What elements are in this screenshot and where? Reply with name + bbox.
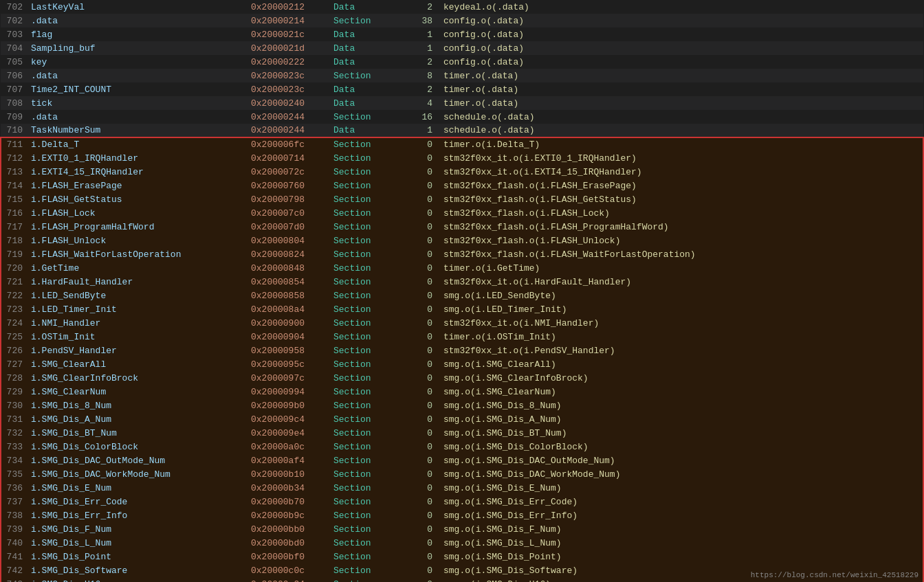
symbol-name: Sampling_buf xyxy=(28,41,248,55)
symbol-address: 0x200008a4 xyxy=(248,302,331,316)
table-row: 720 i.GetTime 0x20000848 Section 0 timer… xyxy=(1,261,923,275)
symbol-type: Section xyxy=(331,14,399,27)
symbol-type: Section xyxy=(331,316,399,330)
symbol-source: smg.o(i.SMG_Dis_Err_Code) xyxy=(441,495,923,508)
line-number: 719 xyxy=(1,247,28,261)
symbol-type: Section xyxy=(331,467,399,481)
line-number: 710 xyxy=(1,124,28,137)
line-number: 729 xyxy=(1,385,28,399)
symbol-name: i.SMG_Dis_DAC_WorkMode_Num xyxy=(28,467,248,481)
symbol-type: Section xyxy=(331,330,399,344)
symbol-name: i.SMG_Dis_DAC_OutMode_Num xyxy=(28,454,248,467)
line-number: 721 xyxy=(1,275,28,289)
symbol-source: smg.o(i.SMG_ClearInfoBrock) xyxy=(441,371,923,385)
symbol-name: i.SMG_Dis_L_Num xyxy=(28,536,248,550)
symbol-size: 38 xyxy=(399,14,441,27)
symbol-name: i.PendSV_Handler xyxy=(28,344,248,357)
symbol-source: stm32f0xx_flash.o(i.FLASH_GetStatus) xyxy=(441,192,923,206)
symbol-name: i.EXTI0_1_IRQHandler xyxy=(28,151,248,165)
line-number: 739 xyxy=(1,522,28,536)
symbol-source: stm32f0xx_flash.o(i.FLASH_Unlock) xyxy=(441,234,923,247)
table-row: 703 flag 0x2000021c Data 1 config.o(.dat… xyxy=(1,27,923,41)
line-number: 740 xyxy=(1,536,28,550)
symbol-type: Section xyxy=(331,550,399,563)
table-row: 715 i.FLASH_GetStatus 0x20000798 Section… xyxy=(1,192,923,206)
table-row: 707 Time2_INT_COUNT 0x2000023c Data 2 ti… xyxy=(1,82,923,96)
symbol-type: Section xyxy=(331,454,399,467)
line-number: 717 xyxy=(1,220,28,234)
symbol-name: i.SMG_Dis_E_Num xyxy=(28,481,248,495)
table-row: 704 Sampling_buf 0x2000021d Data 1 confi… xyxy=(1,41,923,55)
table-row: 732 i.SMG_Dis_BT_Num 0x200009e4 Section … xyxy=(1,426,923,440)
symbol-address: 0x20000b9c xyxy=(248,508,331,522)
symbol-size: 0 xyxy=(399,563,441,577)
symbol-type: Section xyxy=(331,344,399,357)
table-row: 712 i.EXTI0_1_IRQHandler 0x20000714 Sect… xyxy=(1,151,923,165)
line-number: 723 xyxy=(1,302,28,316)
line-number: 706 xyxy=(1,69,28,82)
table-row: 708 tick 0x20000240 Data 4 timer.o(.data… xyxy=(1,96,923,110)
symbol-type: Section xyxy=(331,412,399,426)
symbol-type: Data xyxy=(331,41,399,55)
table-row: 721 i.HardFault_Handler 0x20000854 Secti… xyxy=(1,275,923,289)
symbol-size: 0 xyxy=(399,399,441,412)
symbol-source: smg.o(i.SMG_Dis_Err_Info) xyxy=(441,508,923,522)
symbol-size: 0 xyxy=(399,412,441,426)
symbol-name: i.SMG_Dis_Err_Info xyxy=(28,508,248,522)
symbol-source: stm32f0xx_it.o(i.HardFault_Handler) xyxy=(441,275,923,289)
symbol-size: 1 xyxy=(399,41,441,55)
line-number: 725 xyxy=(1,330,28,344)
table-row: 702 LastKeyVal 0x20000212 Data 2 keydeal… xyxy=(1,0,923,14)
line-number: 709 xyxy=(1,110,28,124)
symbol-type: Section xyxy=(331,192,399,206)
symbol-source: smg.o(i.SMG_Dis_8_Num) xyxy=(441,399,923,412)
symbol-size: 0 xyxy=(399,577,441,582)
symbol-size: 0 xyxy=(399,344,441,357)
symbol-address: 0x20000244 xyxy=(248,124,331,137)
symbol-name: i.SMG_Dis_ColorBlock xyxy=(28,440,248,454)
symbol-address: 0x20000900 xyxy=(248,316,331,330)
line-number: 735 xyxy=(1,467,28,481)
table-row: 702 .data 0x20000214 Section 38 config.o… xyxy=(1,14,923,27)
symbol-size: 0 xyxy=(399,550,441,563)
table-row: 710 TaskNumberSum 0x20000244 Data 1 sche… xyxy=(1,124,923,137)
symbol-name: i.SMG_Dis_F_Num xyxy=(28,522,248,536)
symbol-source: stm32f0xx_flash.o(i.FLASH_Lock) xyxy=(441,206,923,220)
symbol-name: i.SMG_Dis_A_Num xyxy=(28,412,248,426)
symbol-type: Section xyxy=(331,289,399,302)
symbol-size: 0 xyxy=(399,522,441,536)
symbol-name: TaskNumberSum xyxy=(28,124,248,137)
symbol-type: Section xyxy=(331,151,399,165)
symbol-source: stm32f0xx_it.o(i.EXTI0_1_IRQHandler) xyxy=(441,151,923,165)
symbol-address: 0x20000994 xyxy=(248,385,331,399)
table-row: 723 i.LED_Timer_Init 0x200008a4 Section … xyxy=(1,302,923,316)
symbol-size: 0 xyxy=(399,220,441,234)
symbol-size: 0 xyxy=(399,426,441,440)
symbol-type: Section xyxy=(331,234,399,247)
symbol-size: 4 xyxy=(399,96,441,110)
symbol-type: Section xyxy=(331,357,399,371)
symbol-size: 0 xyxy=(399,357,441,371)
symbol-address: 0x20000222 xyxy=(248,55,331,69)
symbol-size: 0 xyxy=(399,330,441,344)
symbol-type: Section xyxy=(331,563,399,577)
symbol-address: 0x2000021d xyxy=(248,41,331,55)
symbol-address: 0x20000b34 xyxy=(248,481,331,495)
table-row: 711 i.Delta_T 0x200006fc Section 0 timer… xyxy=(1,137,923,151)
symbol-source: timer.o(i.Delta_T) xyxy=(441,137,923,151)
symbol-name: i.SMG_ClearInfoBrock xyxy=(28,371,248,385)
symbol-source: smg.o(i.SMG_ClearAll) xyxy=(441,357,923,371)
symbol-source: timer.o(i.GetTime) xyxy=(441,261,923,275)
symbol-address: 0x20000798 xyxy=(248,192,331,206)
symbol-address: 0x2000021c xyxy=(248,27,331,41)
symbol-name: .data xyxy=(28,110,248,124)
symbol-type: Section xyxy=(331,495,399,508)
symbol-type: Section xyxy=(331,247,399,261)
symbol-address: 0x20000244 xyxy=(248,110,331,124)
symbol-size: 0 xyxy=(399,137,441,151)
symbol-size: 0 xyxy=(399,247,441,261)
line-number: 736 xyxy=(1,481,28,495)
symbol-size: 0 xyxy=(399,261,441,275)
symbol-size: 0 xyxy=(399,165,441,179)
line-number: 726 xyxy=(1,344,28,357)
